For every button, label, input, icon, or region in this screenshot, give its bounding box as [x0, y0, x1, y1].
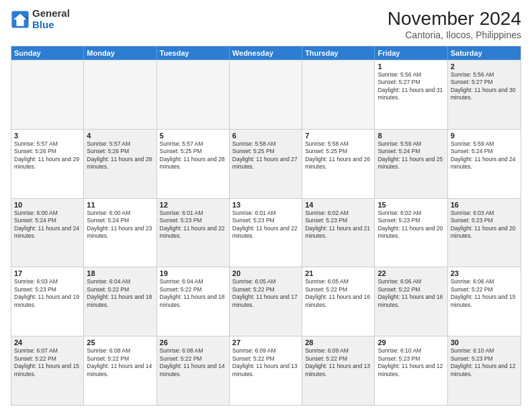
calendar-cell: 2Sunrise: 5:56 AMSunset: 5:27 PMDaylight…: [448, 60, 521, 129]
day-number: 17: [14, 269, 81, 277]
weekday-header: Sunday: [11, 46, 84, 60]
day-number: 20: [232, 269, 299, 277]
title-block: November 2024 Cantoria, Ilocos, Philippi…: [388, 8, 521, 40]
page: General Blue November 2024 Cantoria, Ilo…: [0, 0, 532, 411]
day-info: Sunrise: 5:57 AMSunset: 5:26 PMDaylight:…: [87, 140, 153, 171]
calendar-cell: [230, 60, 302, 129]
day-info: Sunrise: 6:02 AMSunset: 5:23 PMDaylight:…: [305, 210, 371, 240]
calendar-cell: 23Sunrise: 6:06 AMSunset: 5:22 PMDayligh…: [448, 267, 521, 336]
day-number: 15: [378, 201, 444, 209]
calendar-cell: 15Sunrise: 6:02 AMSunset: 5:23 PMDayligh…: [375, 199, 447, 267]
day-info: Sunrise: 5:56 AMSunset: 5:27 PMDaylight:…: [378, 71, 444, 102]
calendar-header: SundayMondayTuesdayWednesdayThursdayFrid…: [11, 46, 521, 60]
calendar-row: 1Sunrise: 5:56 AMSunset: 5:27 PMDaylight…: [11, 60, 521, 129]
calendar-row: 17Sunrise: 6:03 AMSunset: 5:23 PMDayligh…: [11, 267, 521, 336]
weekday-header: Wednesday: [230, 46, 302, 60]
day-info: Sunrise: 6:08 AMSunset: 5:22 PMDaylight:…: [87, 347, 153, 378]
day-info: Sunrise: 6:07 AMSunset: 5:22 PMDaylight:…: [14, 347, 81, 378]
day-info: Sunrise: 5:57 AMSunset: 5:25 PMDaylight:…: [160, 140, 226, 171]
day-info: Sunrise: 5:56 AMSunset: 5:27 PMDaylight:…: [451, 71, 518, 102]
calendar: SundayMondayTuesdayWednesdayThursdayFrid…: [11, 46, 521, 406]
calendar-cell: 11Sunrise: 6:00 AMSunset: 5:24 PMDayligh…: [84, 199, 157, 267]
calendar-cell: 29Sunrise: 6:10 AMSunset: 5:23 PMDayligh…: [375, 336, 447, 405]
calendar-cell: 9Sunrise: 5:59 AMSunset: 5:24 PMDaylight…: [448, 130, 521, 198]
calendar-cell: 30Sunrise: 6:10 AMSunset: 5:23 PMDayligh…: [448, 336, 521, 405]
day-info: Sunrise: 6:04 AMSunset: 5:22 PMDaylight:…: [160, 278, 226, 309]
calendar-cell: 4Sunrise: 5:57 AMSunset: 5:26 PMDaylight…: [84, 130, 157, 198]
day-number: 24: [14, 338, 81, 347]
calendar-cell: 18Sunrise: 6:04 AMSunset: 5:22 PMDayligh…: [84, 267, 157, 336]
calendar-cell: 12Sunrise: 6:01 AMSunset: 5:23 PMDayligh…: [157, 199, 230, 267]
weekday-header: Tuesday: [157, 46, 230, 60]
day-info: Sunrise: 6:10 AMSunset: 5:23 PMDaylight:…: [378, 347, 444, 378]
weekday-header: Thursday: [302, 46, 375, 60]
calendar-cell: 7Sunrise: 5:58 AMSunset: 5:25 PMDaylight…: [302, 130, 375, 198]
calendar-cell: 22Sunrise: 6:06 AMSunset: 5:22 PMDayligh…: [375, 267, 447, 336]
calendar-cell: 17Sunrise: 6:03 AMSunset: 5:23 PMDayligh…: [11, 267, 84, 336]
day-number: 26: [160, 338, 226, 347]
day-number: 7: [305, 132, 371, 140]
day-number: 12: [160, 201, 226, 209]
logo: General Blue: [11, 8, 70, 30]
calendar-cell: [84, 60, 157, 129]
day-info: Sunrise: 6:09 AMSunset: 5:22 PMDaylight:…: [232, 347, 299, 378]
day-info: Sunrise: 6:05 AMSunset: 5:22 PMDaylight:…: [232, 278, 299, 309]
day-info: Sunrise: 6:01 AMSunset: 5:23 PMDaylight:…: [232, 210, 299, 240]
calendar-cell: 25Sunrise: 6:08 AMSunset: 5:22 PMDayligh…: [84, 336, 157, 405]
day-info: Sunrise: 5:57 AMSunset: 5:26 PMDaylight:…: [14, 140, 81, 171]
calendar-row: 10Sunrise: 6:00 AMSunset: 5:24 PMDayligh…: [11, 198, 521, 267]
day-info: Sunrise: 5:59 AMSunset: 5:24 PMDaylight:…: [451, 140, 518, 171]
calendar-cell: 28Sunrise: 6:09 AMSunset: 5:22 PMDayligh…: [302, 336, 375, 405]
weekday-header: Saturday: [448, 46, 521, 60]
calendar-cell: 16Sunrise: 6:03 AMSunset: 5:23 PMDayligh…: [448, 199, 521, 267]
day-info: Sunrise: 6:08 AMSunset: 5:22 PMDaylight:…: [160, 347, 226, 378]
calendar-cell: 19Sunrise: 6:04 AMSunset: 5:22 PMDayligh…: [157, 267, 230, 336]
day-info: Sunrise: 5:59 AMSunset: 5:24 PMDaylight:…: [378, 140, 444, 171]
day-info: Sunrise: 6:01 AMSunset: 5:23 PMDaylight:…: [160, 210, 226, 240]
day-number: 27: [232, 338, 299, 347]
day-number: 22: [378, 269, 444, 277]
day-number: 3: [14, 132, 81, 140]
calendar-body: 1Sunrise: 5:56 AMSunset: 5:27 PMDaylight…: [11, 60, 521, 405]
weekday-header: Friday: [375, 46, 447, 60]
logo-icon: [11, 10, 30, 29]
day-number: 6: [232, 132, 299, 140]
calendar-cell: 26Sunrise: 6:08 AMSunset: 5:22 PMDayligh…: [157, 336, 230, 405]
day-number: 23: [451, 269, 518, 277]
logo-general: General: [32, 8, 70, 19]
location: Cantoria, Ilocos, Philippines: [388, 30, 521, 40]
calendar-cell: 14Sunrise: 6:02 AMSunset: 5:23 PMDayligh…: [302, 199, 375, 267]
day-info: Sunrise: 6:02 AMSunset: 5:23 PMDaylight:…: [378, 210, 444, 240]
day-number: 29: [378, 338, 444, 347]
day-info: Sunrise: 5:58 AMSunset: 5:25 PMDaylight:…: [305, 140, 371, 171]
month-title: November 2024: [388, 8, 521, 30]
calendar-cell: 5Sunrise: 5:57 AMSunset: 5:25 PMDaylight…: [157, 130, 230, 198]
day-number: 9: [451, 132, 518, 140]
day-info: Sunrise: 6:10 AMSunset: 5:23 PMDaylight:…: [451, 347, 518, 378]
calendar-cell: [157, 60, 230, 129]
calendar-cell: [302, 60, 375, 129]
day-info: Sunrise: 6:06 AMSunset: 5:22 PMDaylight:…: [451, 278, 518, 309]
day-number: 19: [160, 269, 226, 277]
day-info: Sunrise: 6:06 AMSunset: 5:22 PMDaylight:…: [378, 278, 444, 309]
calendar-cell: [11, 60, 84, 129]
day-info: Sunrise: 6:05 AMSunset: 5:22 PMDaylight:…: [305, 278, 371, 309]
calendar-cell: 8Sunrise: 5:59 AMSunset: 5:24 PMDaylight…: [375, 130, 447, 198]
calendar-cell: 27Sunrise: 6:09 AMSunset: 5:22 PMDayligh…: [230, 336, 302, 405]
day-number: 11: [87, 201, 153, 209]
day-info: Sunrise: 6:03 AMSunset: 5:23 PMDaylight:…: [451, 210, 518, 240]
day-info: Sunrise: 6:00 AMSunset: 5:24 PMDaylight:…: [87, 210, 153, 240]
day-number: 14: [305, 201, 371, 209]
day-info: Sunrise: 6:00 AMSunset: 5:24 PMDaylight:…: [14, 210, 81, 240]
header: General Blue November 2024 Cantoria, Ilo…: [11, 8, 521, 40]
day-number: 28: [305, 338, 371, 347]
day-info: Sunrise: 6:09 AMSunset: 5:22 PMDaylight:…: [305, 347, 371, 378]
day-number: 4: [87, 132, 153, 140]
day-number: 13: [232, 201, 299, 209]
day-number: 8: [378, 132, 444, 140]
weekday-header: Monday: [84, 46, 157, 60]
day-info: Sunrise: 6:03 AMSunset: 5:23 PMDaylight:…: [14, 278, 81, 309]
calendar-row: 3Sunrise: 5:57 AMSunset: 5:26 PMDaylight…: [11, 129, 521, 198]
day-info: Sunrise: 5:58 AMSunset: 5:25 PMDaylight:…: [232, 140, 299, 171]
calendar-cell: 3Sunrise: 5:57 AMSunset: 5:26 PMDaylight…: [11, 130, 84, 198]
